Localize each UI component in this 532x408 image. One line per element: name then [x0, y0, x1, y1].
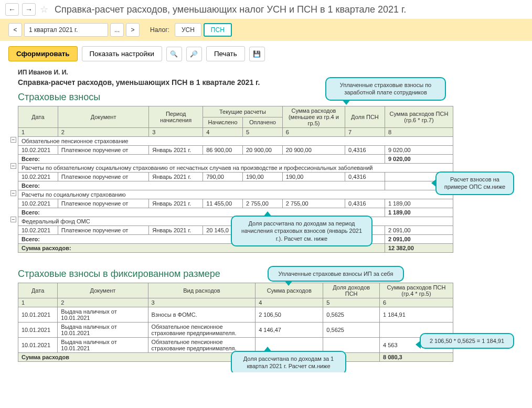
print-button[interactable]: Печать — [206, 46, 245, 61]
callout-4: Уплаченные страховые взносы ИП за себя — [268, 266, 404, 282]
col2-psn: Сумма расходов ПСН (гр.4 * гр.5) — [380, 283, 453, 298]
table-row: 10.02.2021 Платежное поручение от Январь… — [18, 173, 453, 181]
section1-sum-total: 12 382,00 — [385, 244, 453, 253]
col-psn: Сумма расходов ПСН (гр.6 * гр.7) — [385, 106, 453, 128]
col-date: Дата — [18, 106, 58, 128]
section1-title: Страховые взносы — [18, 92, 522, 103]
col-sum: Сумма расходов (меньшее из гр.4 и гр.5) — [282, 106, 345, 128]
search-minus-icon[interactable]: 🔎 — [186, 47, 202, 61]
group2-name: Расчеты по обязательному социальному стр… — [18, 164, 453, 173]
period-input[interactable]: 1 квартал 2021 г. — [24, 23, 108, 37]
tax-usn-button[interactable]: УСН — [175, 23, 201, 37]
col2-type: Вид расходов — [148, 283, 256, 298]
tax-psn-button[interactable]: ПСН — [204, 23, 232, 37]
period-picker-button[interactable]: ... — [110, 23, 124, 37]
table-row: 10.01.2021 Выдача наличных от 10.01.2021… — [18, 323, 453, 338]
col-period: Период начисления — [149, 106, 203, 128]
table-section2: Дата Документ Вид расходов Сумма расходо… — [18, 283, 453, 362]
group1-name: Обязательное пенсионное страхование — [18, 137, 453, 146]
page-title: Справка-расчет расходов, уменьшающих нал… — [55, 4, 406, 15]
forward-button[interactable]: → — [22, 3, 36, 16]
save-icon[interactable]: 💾 — [249, 47, 265, 61]
tax-label: Налог: — [150, 26, 169, 34]
col2-doc: Документ — [58, 283, 148, 298]
table-row: 10.02.2021 Платежное поручение от Январь… — [18, 146, 453, 155]
org-name: ИП Иванов И. И. — [18, 69, 522, 76]
table-row: 10.01.2021 Выдача наличных от 10.01.2021… — [18, 307, 453, 323]
collapse-g4[interactable]: − — [10, 217, 16, 222]
favorite-icon[interactable]: ☆ — [40, 4, 48, 15]
callout-5: 2 106,50 * 0,5625 = 1 184,91 — [420, 333, 514, 349]
col-current: Текущие расчеты — [203, 106, 283, 117]
collapse-g1[interactable]: − — [10, 137, 16, 143]
search-plus-icon[interactable]: 🔍 — [166, 47, 182, 61]
col2-date: Дата — [18, 283, 58, 298]
show-settings-button[interactable]: Показать настройки — [82, 46, 162, 61]
col-doc: Документ — [58, 106, 148, 128]
generate-button[interactable]: Сформировать — [8, 46, 78, 61]
col2-share: Доля доходов ПСН — [323, 283, 380, 298]
callout-6: Доля рассчитана по доходам за 1 квартал … — [231, 351, 346, 372]
period-prev-button[interactable]: < — [8, 23, 22, 37]
group3-name: Расчеты по социальному страхованию — [18, 190, 453, 199]
section2-sum-total: 8 080,3 — [380, 353, 453, 362]
collapse-g3[interactable]: − — [10, 190, 16, 196]
table-row: 10.02.2021 Платежное поручение от Январь… — [18, 199, 453, 208]
collapse-g2[interactable]: − — [10, 163, 16, 169]
report-title: Справка-расчет расходов, уменьшающих ПСН… — [18, 78, 522, 87]
col-acc: Начислено — [203, 117, 243, 128]
back-button[interactable]: ← — [5, 3, 19, 16]
callout-3: Доля рассчитана по доходам за период нач… — [231, 216, 373, 246]
col-share: Доля ПСН — [345, 106, 385, 128]
callout-2: Расчет взносов на примере ОПС см.ниже — [435, 171, 514, 195]
callout-1: Уплаченные страховые взносы по заработно… — [325, 77, 446, 101]
period-next-button[interactable]: > — [126, 23, 140, 37]
col-paid: Оплачено — [243, 117, 283, 128]
